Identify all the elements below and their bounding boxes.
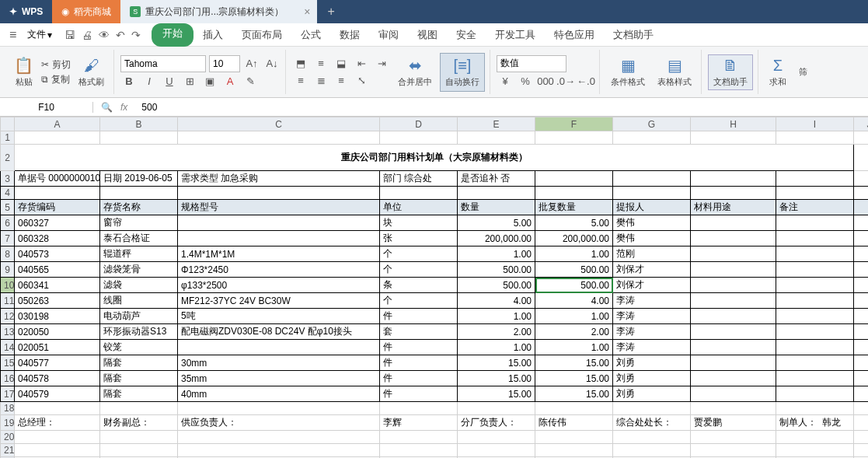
spreadsheet-area[interactable]: ABCDEFGHIJ 12重庆公司部门用料计划单（大宗原辅材料类）3单据号 00… — [0, 117, 868, 458]
cell[interactable]: 配电磁阀ZDV030E-08 DC24V 配φ10接头 — [178, 324, 380, 340]
cell[interactable]: 批复数量 — [535, 200, 613, 215]
highlight-icon[interactable]: ✎ — [242, 74, 259, 89]
cell[interactable]: 件 — [380, 340, 458, 355]
cell[interactable] — [178, 131, 380, 145]
formula-input[interactable] — [135, 102, 868, 113]
cell[interactable]: 刘保才 — [613, 278, 691, 293]
cell[interactable] — [691, 386, 776, 402]
cell[interactable]: 1.00 — [535, 340, 613, 355]
cell[interactable] — [691, 231, 776, 246]
cell[interactable]: 刘保才 — [613, 262, 691, 278]
cell[interactable]: 5.00 — [458, 215, 535, 231]
cell[interactable]: 窗帘 — [100, 215, 178, 231]
cell[interactable]: 060328 — [15, 231, 100, 246]
hamburger-icon[interactable]: ≡ — [6, 28, 19, 42]
cut-button[interactable]: ✂剪切 — [41, 58, 71, 72]
save-icon[interactable]: 🖫 — [64, 29, 75, 41]
cell[interactable] — [100, 131, 178, 145]
cell[interactable] — [15, 131, 100, 145]
cell[interactable] — [776, 187, 854, 200]
cell[interactable]: 020051 — [15, 340, 100, 355]
col-header-B[interactable]: B — [100, 117, 178, 131]
cell[interactable]: 020050 — [15, 324, 100, 340]
merge-center-button[interactable]: ⬌合并居中 — [393, 54, 437, 89]
cell[interactable] — [691, 171, 776, 187]
cell[interactable]: 1.00 — [535, 246, 613, 262]
cell[interactable] — [178, 431, 380, 444]
col-header-D[interactable]: D — [380, 117, 458, 131]
cell[interactable]: 15.00 — [458, 355, 535, 371]
cell[interactable]: 件 — [380, 309, 458, 324]
orientation-icon[interactable]: ⤡ — [353, 73, 370, 89]
italic-icon[interactable]: I — [141, 74, 158, 89]
row-header[interactable]: 4 — [1, 187, 15, 200]
row-header[interactable]: 3 — [1, 171, 15, 187]
cell[interactable]: 隔套 — [100, 355, 178, 371]
cell[interactable] — [854, 145, 869, 171]
row-header[interactable]: 6 — [1, 215, 15, 231]
cell[interactable] — [776, 262, 854, 278]
cell[interactable] — [776, 444, 854, 457]
cell[interactable] — [535, 187, 613, 200]
cell[interactable] — [691, 355, 776, 371]
cell[interactable]: 200,000.00 — [458, 231, 535, 246]
number-format-combo[interactable] — [497, 55, 566, 72]
cell[interactable] — [178, 340, 380, 355]
cell[interactable] — [15, 431, 100, 444]
cell[interactable] — [178, 402, 380, 415]
row-header[interactable]: 1 — [1, 131, 15, 145]
filter-button[interactable]: 筛 — [794, 65, 812, 79]
row-header[interactable]: 20 — [1, 431, 15, 444]
cell[interactable] — [178, 187, 380, 200]
cell[interactable] — [776, 278, 854, 293]
row-header[interactable]: 11 — [1, 293, 15, 309]
border-icon[interactable]: ⊞ — [181, 74, 198, 89]
cell[interactable] — [854, 309, 869, 324]
row-header[interactable]: 9 — [1, 262, 15, 278]
ribbon-tab-7[interactable]: 安全 — [447, 23, 486, 47]
row-header[interactable]: 10 — [1, 278, 15, 293]
row-header[interactable]: 18 — [1, 402, 15, 415]
cell[interactable]: 30mm — [178, 355, 380, 371]
cell[interactable] — [854, 431, 869, 444]
cell[interactable] — [854, 200, 869, 215]
cell[interactable] — [691, 402, 776, 415]
cell[interactable]: φ133*2500 — [178, 278, 380, 293]
cell[interactable]: 铰笼 — [100, 340, 178, 355]
document-tab[interactable]: S 重庆公司部门用...宗原辅材料类） × — [120, 0, 316, 23]
cell[interactable]: 1.4M*1M*1M — [178, 246, 380, 262]
new-tab-button[interactable]: + — [317, 5, 346, 19]
cell[interactable] — [854, 278, 869, 293]
cell[interactable] — [380, 131, 458, 145]
sum-button[interactable]: Σ求和 — [765, 55, 791, 89]
font-size-combo[interactable] — [209, 55, 240, 72]
paste-button[interactable]: 📋粘贴 — [9, 54, 38, 89]
table-style-button[interactable]: ▤表格样式 — [653, 54, 696, 89]
align-middle-icon[interactable]: ≡ — [312, 56, 329, 72]
cell[interactable] — [854, 371, 869, 386]
wps-home-tab[interactable]: ✦ WPS — [0, 0, 52, 23]
cell[interactable]: 樊伟 — [613, 215, 691, 231]
cell[interactable] — [613, 431, 691, 444]
cell[interactable]: 060341 — [15, 278, 100, 293]
redo-icon[interactable]: ↷ — [131, 29, 141, 41]
cell[interactable]: 单据号 0000000010 — [15, 171, 100, 187]
cell[interactable] — [15, 444, 100, 457]
cell[interactable] — [854, 402, 869, 415]
cell[interactable] — [458, 431, 535, 444]
cell[interactable]: 是否追补 否 — [458, 171, 535, 187]
col-header-E[interactable]: E — [458, 117, 535, 131]
comma-icon[interactable]: 000 — [537, 74, 554, 89]
cell[interactable] — [776, 355, 854, 371]
cell[interactable]: MF212-37YC 24V BC30W — [178, 293, 380, 309]
cell[interactable]: 刘勇 — [613, 386, 691, 402]
cell[interactable]: 线圈 — [100, 293, 178, 309]
cell[interactable]: 张 — [380, 231, 458, 246]
cell[interactable]: 存货编码 — [15, 200, 100, 215]
cell[interactable]: 050263 — [15, 293, 100, 309]
name-box[interactable]: F10 — [0, 102, 93, 113]
cell[interactable]: 条 — [380, 278, 458, 293]
underline-icon[interactable]: U — [161, 74, 178, 89]
percent-icon[interactable]: % — [517, 74, 534, 89]
cell[interactable]: 泰石合格证 — [100, 231, 178, 246]
